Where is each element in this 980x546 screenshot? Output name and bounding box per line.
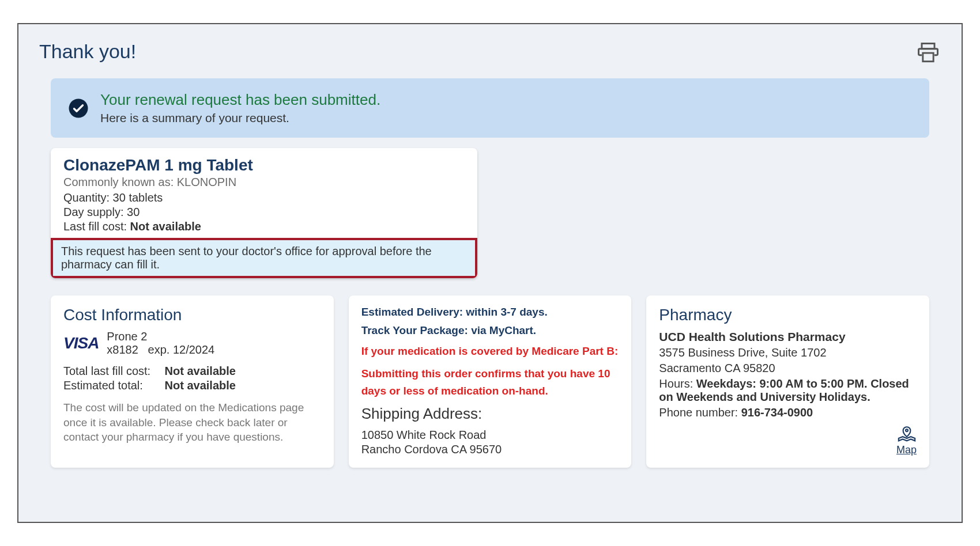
cost-note: The cost will be updated on the Medicati…	[63, 400, 321, 445]
confirmation-page: Thank you! Your renewal request has been…	[17, 23, 963, 523]
cost-title: Cost Information	[63, 306, 321, 324]
pharmacy-phone-line: Phone number: 916-734-0900	[659, 406, 917, 419]
info-columns: Cost Information VISA Prone 2 x8182 exp.…	[51, 295, 929, 468]
day-supply-line: Day supply: 30	[63, 206, 465, 219]
pharmacy-phone-value: 916-734-0900	[741, 406, 813, 419]
medication-known-as: Commonly known as: KLONOPIN	[63, 176, 465, 189]
medicare-confirm: Submitting this order confirms that you …	[361, 365, 619, 399]
banner-title: Your renewal request has been submitted.	[100, 91, 380, 109]
card-exp: exp. 12/2024	[148, 343, 215, 356]
card-details: x8182 exp. 12/2024	[107, 343, 214, 357]
card-masked: x8182	[107, 343, 138, 356]
shipping-line2: Rancho Cordova CA 95670	[361, 443, 619, 456]
header-row: Thank you!	[39, 40, 941, 68]
quantity-line: Quantity: 30 tablets	[63, 191, 465, 204]
estimated-delivery: Estimated Delivery: within 3-7 days.	[361, 306, 619, 318]
total-last-fill-value: Not available	[165, 365, 236, 377]
map-pin-icon	[896, 426, 917, 443]
payment-card-row: VISA Prone 2 x8182 exp. 12/2024	[63, 330, 321, 357]
banner-text: Your renewal request has been submitted.…	[100, 91, 380, 125]
cost-information-card: Cost Information VISA Prone 2 x8182 exp.…	[51, 295, 334, 468]
print-icon[interactable]	[915, 40, 941, 68]
pharmacy-hours-value: Weekdays: 9:00 AM to 5:00 PM. Closed on …	[659, 377, 909, 403]
pharmacy-card: Pharmacy UCD Health Solutions Pharmacy 3…	[646, 295, 929, 468]
total-last-fill-label: Total last fill cost:	[63, 365, 161, 378]
pharmacy-name: UCD Health Solutions Pharmacy	[659, 330, 917, 344]
pharmacy-addr2: Sacramento CA 95820	[659, 362, 917, 375]
estimated-total-label: Estimated total:	[63, 379, 161, 392]
card-name: Prone 2	[107, 330, 214, 343]
track-package: Track Your Package: via MyChart.	[361, 324, 619, 337]
map-link[interactable]: Map	[896, 426, 917, 456]
medication-card: ClonazePAM 1 mg Tablet Commonly known as…	[51, 148, 477, 278]
pharmacy-hours-line: Hours: Weekdays: 9:00 AM to 5:00 PM. Clo…	[659, 377, 917, 404]
day-supply-value: 30	[127, 206, 140, 218]
success-banner: Your renewal request has been submitted.…	[51, 78, 929, 138]
page-title: Thank you!	[39, 40, 136, 63]
pharmacy-phone-label: Phone number:	[659, 406, 738, 419]
approval-notice: This request has been sent to your docto…	[51, 238, 477, 278]
last-fill-cost-value: Not available	[130, 220, 201, 233]
medication-name: ClonazePAM 1 mg Tablet	[63, 156, 465, 175]
estimated-total-line: Estimated total: Not available	[63, 379, 321, 392]
medicare-notice: If your medication is covered by Medicar…	[361, 343, 619, 359]
map-label: Map	[896, 444, 917, 456]
day-supply-label: Day supply:	[63, 206, 124, 218]
last-fill-cost-label: Last fill cost:	[63, 220, 127, 233]
visa-logo-icon: VISA	[63, 334, 99, 352]
shipping-card: Estimated Delivery: within 3-7 days. Tra…	[349, 295, 632, 468]
pharmacy-hours-label: Hours:	[659, 377, 693, 390]
pharmacy-addr1: 3575 Business Drive, Suite 1702	[659, 346, 917, 359]
last-fill-cost-line: Last fill cost: Not available	[63, 220, 465, 233]
total-last-fill-line: Total last fill cost: Not available	[63, 365, 321, 378]
banner-subtitle: Here is a summary of your request.	[100, 111, 380, 125]
check-circle-icon	[68, 98, 89, 119]
pharmacy-title: Pharmacy	[659, 306, 917, 324]
svg-point-3	[906, 430, 908, 432]
quantity-label: Quantity:	[63, 191, 110, 204]
quantity-value: 30 tablets	[113, 191, 163, 204]
shipping-address-title: Shipping Address:	[361, 405, 619, 423]
shipping-line1: 10850 White Rock Road	[361, 429, 619, 442]
svg-rect-1	[923, 53, 933, 62]
estimated-total-value: Not available	[165, 379, 236, 392]
